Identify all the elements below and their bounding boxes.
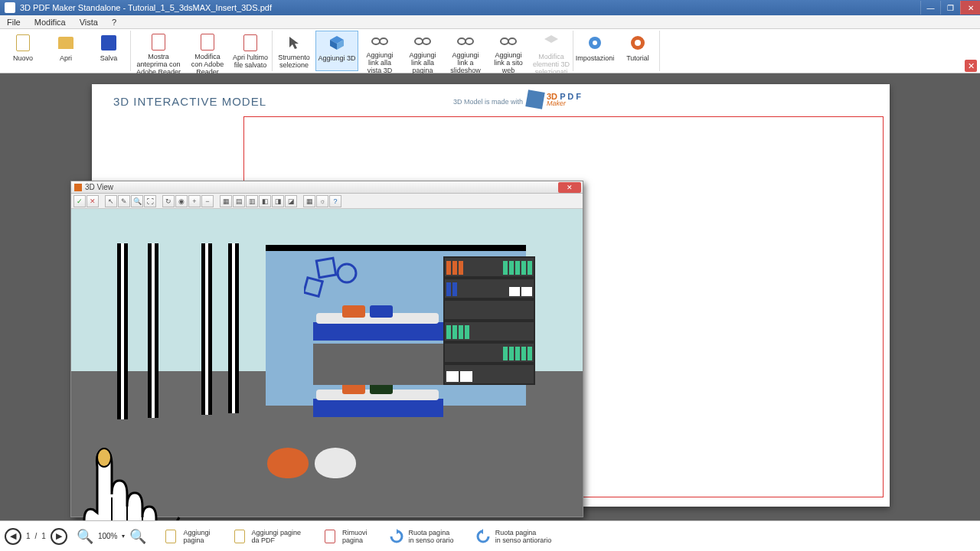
link-view-icon <box>371 34 389 49</box>
menu-file[interactable]: File <box>0 16 28 28</box>
link-slideshow-icon <box>456 34 475 49</box>
lifebuoy-icon <box>629 34 647 52</box>
open-folder-icon <box>57 34 75 52</box>
tool-apri[interactable]: Apri <box>44 31 87 71</box>
3d-cancel-button[interactable]: ✕ <box>87 195 99 207</box>
ribbon-toolbar: ✕ Nuovo Apri Salva Mostra anteprima con … <box>0 29 980 73</box>
3d-view-top[interactable]: ▦ <box>220 195 232 207</box>
new-file-icon <box>14 34 32 52</box>
svg-point-1 <box>380 38 387 44</box>
3d-help-button[interactable]: ? <box>329 195 341 207</box>
tool-link-sito-web[interactable]: Aggiungi link a sito web <box>487 31 530 71</box>
tool-mostra-anteprima[interactable]: Mostra anteprima con Adobe Reader <box>131 31 186 71</box>
logo-3d-pdf-maker: 3D P D F Maker <box>527 89 582 110</box>
page-subtitle: 3D Model is made with <box>453 98 523 106</box>
add-pages-pdf-icon <box>232 529 247 544</box>
link-web-icon <box>499 34 518 49</box>
3d-view-persp[interactable]: ◨ <box>272 195 284 207</box>
tool-link-pagina[interactable]: Aggiungi link alla pagina <box>401 31 444 71</box>
tool-impostazioni[interactable]: Impostazioni <box>573 31 616 71</box>
3d-canvas[interactable] <box>71 209 583 517</box>
3d-zoom-tool[interactable]: 🔍 <box>131 195 143 207</box>
svg-point-9 <box>593 41 597 45</box>
pdf-preview-icon <box>149 34 168 51</box>
tool-ruota-antiorario[interactable]: Ruota paginain senso antiorario <box>471 527 557 546</box>
tool-modifica-adobe[interactable]: Modifica con Adobe Reader <box>186 31 229 71</box>
tool-aggiungi-pagine-pdf[interactable]: Aggiungi pagineda PDF <box>227 527 306 546</box>
tool-salva[interactable]: Salva <box>87 31 130 71</box>
3d-render-mode[interactable]: ▦ <box>303 195 315 207</box>
cube-3d-icon <box>328 34 346 52</box>
tool-tutorial[interactable]: Tutorial <box>616 31 659 71</box>
tool-link-vista-3d[interactable]: Aggiungi link alla vista 3D <box>358 31 401 71</box>
3d-view-window[interactable]: 3D View ✕ ✓ ✕ ↖ ✎ 🔍 ⛶ ↻ ◉ + − ▦ ▤ ▥ ◧ <box>70 181 583 517</box>
tool-apri-ultimo[interactable]: Apri l'ultimo file salvato <box>229 31 272 71</box>
bottombar: ◀ 1 / 1 ▶ 🔍 100% ▾ 🔍 Aggiungipagina Aggi… <box>0 520 980 551</box>
3d-rotate-tool[interactable]: ↻ <box>162 195 175 207</box>
tool-aggiungi-pagina[interactable]: Aggiungipagina <box>158 527 214 546</box>
page-title: 3D INTERACTIVE MODEL <box>113 95 266 108</box>
page-total: 1 <box>41 532 46 540</box>
3d-zoom-in-tool[interactable]: + <box>188 195 201 207</box>
zoom-value: 100% <box>98 532 118 540</box>
save-icon <box>100 34 118 52</box>
3d-view-title: 3D View <box>85 183 113 191</box>
remove-page-icon <box>322 529 338 544</box>
tool-aggiungi-3d[interactable]: Aggiungi 3D <box>315 31 358 71</box>
3d-orbit-tool[interactable]: ◉ <box>175 195 188 207</box>
cursor-icon <box>285 34 303 51</box>
3d-view-side[interactable]: ▥ <box>246 195 258 207</box>
tool-nuovo[interactable]: Nuovo <box>2 31 44 71</box>
zoom-dropdown-icon[interactable]: ▾ <box>122 533 125 540</box>
3d-view-ortho[interactable]: ◪ <box>285 195 297 207</box>
svg-point-7 <box>508 38 516 44</box>
3d-view-close-button[interactable]: ✕ <box>558 182 581 193</box>
window-titlebar: 3D PDF Maker Standalone - Tutorial_1_5_3… <box>0 0 980 15</box>
3d-zoom-extents-tool[interactable]: ⛶ <box>144 195 156 207</box>
3d-view-titlebar[interactable]: 3D View ✕ <box>71 181 583 194</box>
3d-lighting[interactable]: ☼ <box>316 195 328 207</box>
svg-point-6 <box>501 38 508 44</box>
page-current: 1 <box>26 532 31 540</box>
menubar: File Modifica Vista ? <box>0 15 980 29</box>
svg-point-3 <box>423 38 430 44</box>
svg-point-0 <box>372 38 380 44</box>
menu-modifica[interactable]: Modifica <box>28 16 73 28</box>
tool-strumento-selezione[interactable]: Strumento selezione <box>273 31 315 71</box>
page-next-button[interactable]: ▶ <box>51 528 67 545</box>
edit-3d-icon <box>542 34 560 51</box>
tool-ruota-orario[interactable]: Ruota paginain senso orario <box>384 527 459 546</box>
gear-icon <box>586 34 604 52</box>
3d-zoom-out-tool[interactable]: − <box>201 195 214 207</box>
ribbon-close-button[interactable]: ✕ <box>965 60 977 72</box>
workspace: 3D INTERACTIVE MODEL 3D Model is made wi… <box>0 73 980 520</box>
shelf-prop <box>443 256 535 439</box>
menu-vista[interactable]: Vista <box>73 16 105 28</box>
tool-rimuovi-pagina[interactable]: Rimuovipagina <box>318 527 372 546</box>
bunk-bed-prop <box>310 308 448 431</box>
3d-view-toolbar: ✓ ✕ ↖ ✎ 🔍 ⛶ ↻ ◉ + − ▦ ▤ ▥ ◧ ◨ ◪ ▦ <box>71 194 583 209</box>
window-close-button[interactable]: ✕ <box>960 1 980 15</box>
wall-art-icon <box>304 255 365 298</box>
window-maximize-button[interactable]: ❐ <box>940 1 960 15</box>
svg-point-11 <box>635 40 641 46</box>
recent-file-icon <box>241 34 260 51</box>
orange-pouf-prop <box>267 448 309 478</box>
svg-rect-14 <box>304 278 322 296</box>
svg-rect-12 <box>316 258 335 277</box>
3d-view-front[interactable]: ▤ <box>233 195 245 207</box>
edit-pdf-icon <box>198 34 217 51</box>
page-prev-button[interactable]: ◀ <box>5 528 21 545</box>
3d-cursor-tool[interactable]: ↖ <box>105 195 117 207</box>
3d-accept-button[interactable]: ✓ <box>74 195 86 207</box>
zoom-out-button[interactable]: 🔍 <box>129 528 146 545</box>
menu-help[interactable]: ? <box>105 16 123 28</box>
window-minimize-button[interactable]: — <box>920 1 940 15</box>
3d-pan-tool[interactable]: ✎ <box>118 195 130 207</box>
rotate-cw-icon <box>389 529 404 544</box>
app-icon <box>5 2 15 13</box>
add-page-icon <box>163 529 178 544</box>
tool-link-slideshow[interactable]: Aggiungi link a slideshow 3D <box>444 31 487 71</box>
zoom-in-button[interactable]: 🔍 <box>77 528 93 545</box>
3d-view-iso[interactable]: ◧ <box>259 195 271 207</box>
